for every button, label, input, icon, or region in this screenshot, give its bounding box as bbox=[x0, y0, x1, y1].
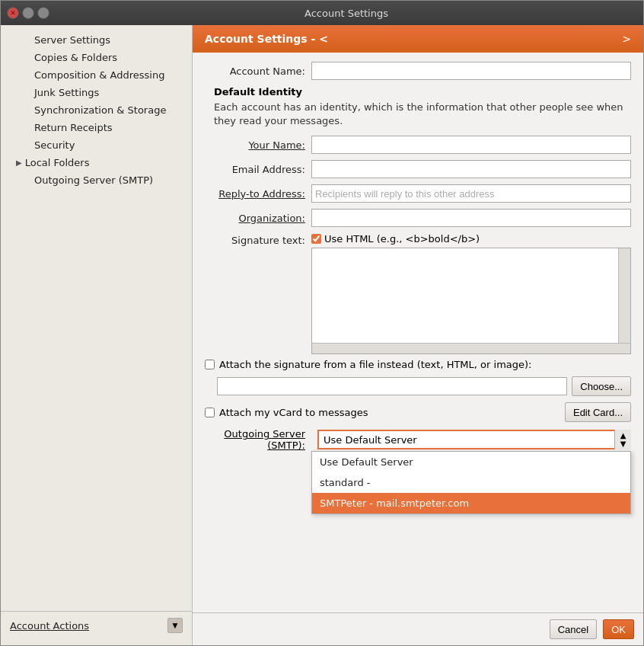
use-html-label[interactable]: Use HTML (e.g., <b>bold</b>) bbox=[311, 233, 480, 245]
email-address-label: Email Address: bbox=[205, 164, 311, 175]
account-name-label: Account Name: bbox=[205, 66, 311, 77]
sidebar-item-synchronization-storage[interactable]: Synchronization & Storage bbox=[1, 101, 192, 119]
account-actions-dropdown-arrow[interactable]: ▼ bbox=[167, 618, 183, 633]
window-title: Account Settings bbox=[56, 8, 637, 19]
smtp-row: Outgoing Server (SMTP): Use Default Serv… bbox=[205, 428, 631, 451]
organization-label: Organization: bbox=[205, 213, 311, 224]
organization-input[interactable] bbox=[311, 209, 631, 227]
sidebar-item-composition-addressing[interactable]: Composition & Addressing bbox=[1, 66, 192, 84]
account-settings-window: ✕ Account Settings Server Settings Copie… bbox=[0, 0, 644, 646]
smtp-container: Outgoing Server (SMTP): Use Default Serv… bbox=[205, 428, 631, 451]
sidebar-item-copies-folders[interactable]: Copies & Folders bbox=[1, 49, 192, 66]
signature-scrollbar[interactable] bbox=[618, 248, 630, 353]
attach-vcard-label: Attach my vCard to messages bbox=[219, 407, 368, 418]
bottom-bar: Cancel OK bbox=[193, 612, 643, 645]
smtp-option-smtpeter[interactable]: SMTPeter - mail.smtpeter.com bbox=[312, 493, 630, 513]
expand-arrow-icon: ▶ bbox=[16, 158, 22, 167]
smtp-dropdown-menu: Use Default Server standard - SMTPeter -… bbox=[311, 451, 631, 514]
reply-to-label: Reply-to Address: bbox=[205, 188, 311, 200]
sidebar-item-local-folders[interactable]: ▶ Local Folders bbox=[1, 154, 192, 171]
panel-body: Account Name: Default Identity Each acco… bbox=[193, 53, 643, 612]
edit-card-button[interactable]: Edit Card... bbox=[565, 402, 631, 422]
sidebar-nav: Server Settings Copies & Folders Composi… bbox=[1, 31, 192, 611]
main-panel: Account Settings - < > Account Name: Def… bbox=[193, 25, 643, 645]
content-area: Server Settings Copies & Folders Composi… bbox=[1, 25, 643, 645]
outgoing-smtp-label: Outgoing Server (SMTP): bbox=[205, 428, 311, 451]
smtp-option-standard[interactable]: standard - bbox=[312, 472, 630, 493]
vcard-row: Attach my vCard to messages Edit Card... bbox=[205, 402, 631, 422]
sidebar-item-junk-settings[interactable]: Junk Settings bbox=[1, 84, 192, 101]
reply-to-row: Reply-to Address: bbox=[205, 184, 631, 203]
attach-sig-checkbox[interactable] bbox=[205, 360, 215, 369]
default-identity-title: Default Identity bbox=[205, 86, 631, 98]
account-actions-bar: Account Actions ▼ bbox=[1, 611, 192, 639]
sidebar: Server Settings Copies & Folders Composi… bbox=[1, 25, 193, 645]
vcard-left: Attach my vCard to messages bbox=[205, 407, 368, 418]
maximize-button[interactable] bbox=[37, 7, 49, 19]
your-name-row: Your Name: bbox=[205, 136, 631, 154]
default-identity-desc: Each account has an identity, which is t… bbox=[205, 101, 631, 128]
email-address-input[interactable] bbox=[311, 160, 631, 178]
smtp-select-wrapper: Use Default Server ▲▼ bbox=[317, 430, 631, 449]
attach-sig-label: Attach the signature from a file instead… bbox=[219, 359, 531, 370]
local-folders-label: Local Folders bbox=[25, 157, 90, 168]
signature-text-label: Signature text: bbox=[205, 233, 311, 246]
window-controls: ✕ bbox=[7, 7, 49, 19]
titlebar: ✕ Account Settings bbox=[1, 1, 643, 25]
use-html-text: Use HTML (e.g., <b>bold</b>) bbox=[324, 233, 480, 245]
smtp-select-display[interactable]: Use Default Server bbox=[317, 430, 631, 449]
sidebar-item-security[interactable]: Security bbox=[1, 136, 192, 154]
attach-vcard-checkbox[interactable] bbox=[205, 408, 215, 417]
close-button[interactable]: ✕ bbox=[7, 7, 19, 19]
use-html-row: Use HTML (e.g., <b>bold</b>) bbox=[311, 233, 480, 245]
panel-header-title: Account Settings - < bbox=[205, 33, 328, 45]
smtp-option-default[interactable]: Use Default Server bbox=[312, 452, 630, 472]
email-address-row: Email Address: bbox=[205, 160, 631, 178]
account-actions-label[interactable]: Account Actions bbox=[10, 620, 89, 632]
panel-header-next-arrow[interactable]: > bbox=[622, 33, 631, 45]
use-html-checkbox[interactable] bbox=[311, 234, 321, 244]
attach-sig-row: Attach the signature from a file instead… bbox=[205, 359, 631, 370]
sidebar-item-return-receipts[interactable]: Return Receipts bbox=[1, 119, 192, 136]
sidebar-item-outgoing-server[interactable]: Outgoing Server (SMTP) bbox=[1, 171, 192, 189]
your-name-input[interactable] bbox=[311, 136, 631, 154]
reply-to-input[interactable] bbox=[311, 184, 631, 203]
ok-button[interactable]: OK bbox=[603, 619, 634, 639]
account-name-input[interactable] bbox=[311, 62, 631, 80]
your-name-label: Your Name: bbox=[205, 139, 311, 151]
signature-text-row: Signature text: Use HTML (e.g., <b>bold<… bbox=[205, 233, 631, 246]
attach-sig-file-input[interactable] bbox=[217, 377, 567, 395]
panel-header: Account Settings - < > bbox=[193, 25, 643, 53]
account-name-row: Account Name: bbox=[205, 62, 631, 80]
minimize-button[interactable] bbox=[22, 7, 34, 19]
choose-button[interactable]: Choose... bbox=[572, 376, 631, 396]
sidebar-item-server-settings[interactable]: Server Settings bbox=[1, 31, 192, 49]
signature-box bbox=[311, 248, 631, 354]
cancel-button[interactable]: Cancel bbox=[550, 619, 597, 639]
organization-row: Organization: bbox=[205, 209, 631, 227]
signature-hscrollbar[interactable] bbox=[312, 343, 630, 353]
signature-textarea[interactable] bbox=[312, 248, 630, 353]
attach-sig-file-row: Choose... bbox=[217, 376, 631, 396]
